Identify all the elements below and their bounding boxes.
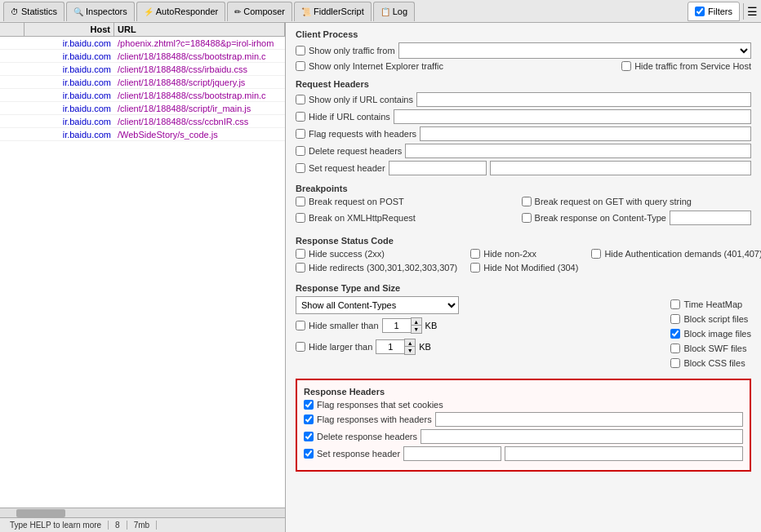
flag-headers-checkbox[interactable]	[296, 129, 305, 139]
hide-service-host-checkbox[interactable]	[621, 61, 631, 71]
show-url-input[interactable]	[416, 92, 751, 107]
break-content-type-label: Break response on Content-Type	[535, 213, 666, 223]
flag-cookies-checkbox[interactable]	[304, 400, 314, 410]
hide-url-checkbox[interactable]	[296, 112, 305, 122]
table-row[interactable]: ir.baidu.com /client/18/188488/css/boots…	[0, 50, 285, 63]
hide-not-modified-checkbox[interactable]	[470, 263, 480, 273]
table-row[interactable]: ir.baidu.com /client/18/188488/css/boots…	[0, 89, 285, 102]
show-ie-checkbox[interactable]	[296, 61, 305, 71]
table-row[interactable]: ir.baidu.com /client/18/188488/script/jq…	[0, 76, 285, 89]
hide-larger-down[interactable]: ▼	[405, 347, 415, 354]
hide-smaller-input[interactable]	[382, 318, 411, 333]
cell-url: /phoenix.zhtml?c=188488&p=irol-irhom	[114, 38, 285, 48]
menu-icon[interactable]: ☰	[747, 5, 758, 18]
block-swf-checkbox[interactable]	[670, 344, 680, 353]
show-traffic-checkbox[interactable]	[296, 46, 305, 55]
tab-fiddlerscript[interactable]: 📜 FiddlerScript	[294, 2, 372, 21]
hide-success-checkbox[interactable]	[296, 249, 305, 259]
tab-right-area: Filters ☰	[688, 2, 758, 21]
time-heatmap-checkbox[interactable]	[670, 299, 680, 309]
block-image-checkbox[interactable]	[670, 329, 680, 339]
delete-headers-checkbox[interactable]	[296, 146, 305, 156]
hide-smaller-up[interactable]: ▲	[412, 318, 421, 326]
break-content-type-input[interactable]	[670, 211, 751, 225]
cell-host: ir.baidu.com	[24, 91, 114, 100]
row-break-xmlhttp: Break on XMLHttpRequest	[296, 211, 515, 225]
block-css-checkbox[interactable]	[670, 358, 680, 368]
response-type-title: Response Type and Size	[296, 283, 751, 293]
tab-statistics[interactable]: ⏱ Statistics	[3, 2, 65, 21]
col-header-url[interactable]: URL	[114, 23, 285, 36]
hide-redirects-label: Hide redirects (300,301,302,303,307)	[309, 263, 457, 273]
flag-resp-headers-checkbox[interactable]	[304, 415, 314, 424]
col-header-result[interactable]	[0, 23, 24, 36]
col-header-host[interactable]: Host	[24, 23, 114, 36]
row-block-script: Block script files	[670, 314, 751, 324]
row-show-traffic: Show only traffic from	[296, 42, 751, 59]
content-type-select[interactable]: Show all Content-Types	[296, 296, 459, 314]
hide-smaller-checkbox[interactable]	[296, 321, 305, 330]
block-css-label: Block CSS files	[683, 358, 745, 368]
flag-headers-label: Flag requests with headers	[309, 129, 416, 139]
hide-smaller-down[interactable]: ▼	[412, 326, 421, 333]
tab-log[interactable]: 📋 Log	[373, 2, 415, 21]
table-row[interactable]: ir.baidu.com /WebSideStory/s_code.js	[0, 128, 285, 141]
hide-url-input[interactable]	[394, 109, 751, 124]
flag-resp-headers-input[interactable]	[435, 412, 743, 427]
show-url-checkbox[interactable]	[296, 95, 305, 104]
set-header-value-input[interactable]	[490, 161, 751, 175]
delete-resp-headers-label: Delete response headers	[317, 432, 417, 441]
hide-auth-label: Hide Authentication demands (401,407)	[604, 249, 761, 259]
scrollbar-thumb[interactable]	[16, 509, 65, 517]
flag-cookies-label: Flag responses that set cookies	[317, 400, 443, 410]
row-time-heatmap: Time HeatMap	[670, 299, 751, 309]
hide-larger-up[interactable]: ▲	[405, 339, 415, 347]
set-header-name-input[interactable]	[389, 161, 487, 175]
set-resp-header-checkbox[interactable]	[304, 449, 314, 459]
row-hide-redirects: Hide redirects (300,301,302,303,307)	[296, 263, 457, 273]
show-traffic-select[interactable]	[398, 42, 751, 59]
delete-resp-headers-input[interactable]	[421, 429, 743, 444]
block-swf-label: Block SWF files	[683, 344, 746, 353]
inspectors-icon: 🔍	[73, 7, 83, 16]
horizontal-scrollbar[interactable]	[0, 508, 285, 517]
flag-headers-input[interactable]	[420, 126, 751, 141]
hide-larger-unit: KB	[419, 342, 431, 352]
set-resp-header-value-input[interactable]	[505, 446, 743, 461]
set-header-checkbox[interactable]	[296, 163, 305, 173]
break-post-checkbox[interactable]	[296, 197, 305, 206]
breakpoints-grid: Break request on POST Break request on G…	[296, 197, 751, 228]
tab-autoresponder[interactable]: ⚡ AutoResponder	[136, 2, 225, 21]
tab-composer[interactable]: ✏ Composer	[227, 2, 292, 21]
row-hide-url: Hide if URL contains	[296, 109, 751, 124]
cell-url: /client/18/188488/css/bootstrap.min.c	[114, 51, 285, 61]
hide-auth-checkbox[interactable]	[591, 249, 601, 259]
hide-redirects-checkbox[interactable]	[296, 263, 305, 273]
row-flag-headers: Flag requests with headers	[296, 126, 751, 141]
tab-inspectors[interactable]: 🔍 Inspectors	[66, 2, 135, 21]
table-row[interactable]: ir.baidu.com /client/18/188488/css/ccbnI…	[0, 115, 285, 128]
tab-bar: ⏱ Statistics 🔍 Inspectors ⚡ AutoResponde…	[0, 0, 761, 23]
break-get-query-checkbox[interactable]	[522, 197, 532, 206]
table-row[interactable]: ir.baidu.com /client/18/188488/script/ir…	[0, 102, 285, 115]
set-resp-header-name-input[interactable]	[403, 446, 501, 461]
hide-larger-checkbox[interactable]	[296, 342, 305, 352]
tab-filters[interactable]: Filters	[688, 2, 740, 21]
break-xmlhttp-checkbox[interactable]	[296, 213, 305, 223]
set-resp-header-label: Set response header	[317, 449, 400, 459]
row-flag-resp-headers: Flag responses with headers	[304, 412, 743, 427]
row-delete-headers: Delete request headers	[296, 144, 751, 158]
block-script-checkbox[interactable]	[670, 314, 680, 324]
filters-checkbox[interactable]	[695, 7, 705, 16]
cell-host: ir.baidu.com	[24, 117, 114, 126]
cell-url: /client/18/188488/css/bootstrap.min.c	[114, 91, 285, 100]
break-content-type-checkbox[interactable]	[522, 213, 532, 223]
table-row[interactable]: ir.baidu.com /client/18/188488/css/irbai…	[0, 63, 285, 76]
hide-non2xx-checkbox[interactable]	[470, 249, 480, 259]
hide-larger-input[interactable]	[376, 339, 404, 354]
row-hide-non2xx: Hide non-2xx	[470, 249, 578, 259]
delete-headers-input[interactable]	[405, 144, 751, 158]
statistics-icon: ⏱	[11, 7, 19, 16]
delete-resp-headers-checkbox[interactable]	[304, 432, 314, 441]
table-row[interactable]: ir.baidu.com /phoenix.zhtml?c=188488&p=i…	[0, 37, 285, 50]
